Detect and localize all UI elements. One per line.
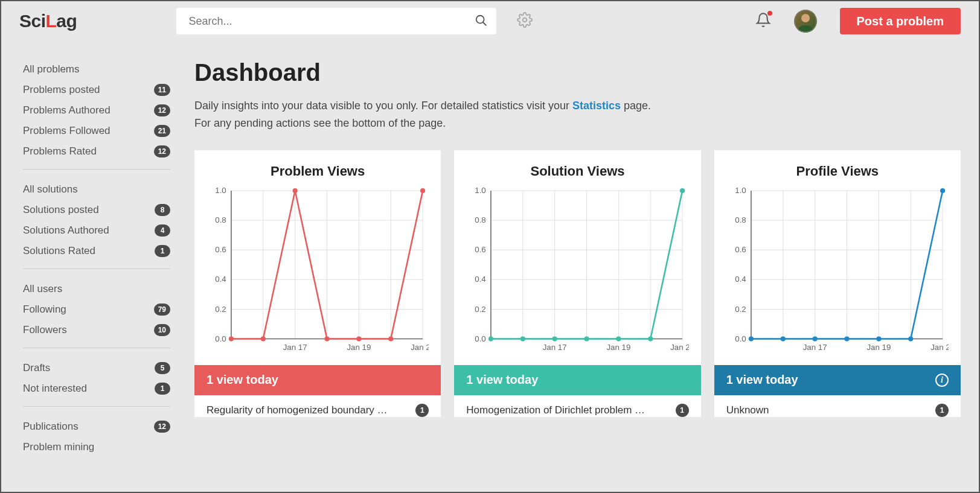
svg-point-29 xyxy=(229,336,234,341)
sidebar-item-label: Not interested xyxy=(23,383,87,395)
count-badge: 11 xyxy=(154,84,170,96)
list-item[interactable]: Regularity of homogenized boundary c…1 xyxy=(194,395,441,417)
svg-text:Jan 17: Jan 17 xyxy=(802,343,827,352)
svg-text:Jan 17: Jan 17 xyxy=(283,343,307,352)
svg-point-0 xyxy=(476,16,484,24)
list-item-text: Unknown xyxy=(726,404,769,416)
svg-point-94 xyxy=(844,336,849,341)
count-badge: 1 xyxy=(676,404,689,417)
svg-point-91 xyxy=(748,336,753,341)
count-badge: 4 xyxy=(155,224,170,237)
list-item-text: Regularity of homogenized boundary c… xyxy=(207,404,388,416)
sidebar-item[interactable]: All users xyxy=(23,279,170,299)
views-banner: 1 view todayi xyxy=(714,365,961,395)
chart-card: Problem Views0.00.20.40.60.81.0Jan 17Jan… xyxy=(194,150,441,417)
svg-text:Jan 21: Jan 21 xyxy=(411,343,429,352)
sidebar-item-label: Publications xyxy=(23,421,78,433)
statistics-link[interactable]: Statistics xyxy=(572,100,621,112)
search-icon[interactable] xyxy=(475,14,488,27)
svg-text:Jan 21: Jan 21 xyxy=(670,343,688,352)
svg-text:Jan 21: Jan 21 xyxy=(930,343,949,352)
sidebar-item-label: Problems posted xyxy=(23,84,100,96)
sidebar-item-label: Problems Followed xyxy=(23,125,110,137)
card-title: Solution Views xyxy=(454,150,700,184)
svg-text:1.0: 1.0 xyxy=(215,186,226,195)
logo[interactable]: SciLag xyxy=(19,11,77,31)
count-badge: 1 xyxy=(155,383,170,395)
sidebar-item-label: Solutions Authored xyxy=(23,224,109,237)
svg-text:0.2: 0.2 xyxy=(215,304,226,313)
sidebar-item[interactable]: Not interested1 xyxy=(23,378,170,399)
banner-text: 1 view today xyxy=(207,373,278,387)
svg-text:0.6: 0.6 xyxy=(735,245,746,254)
sidebar-item[interactable]: All solutions xyxy=(23,179,170,200)
svg-text:Jan 17: Jan 17 xyxy=(543,343,567,352)
sidebar-item[interactable]: Following79 xyxy=(23,299,170,320)
list-item[interactable]: Unknown1 xyxy=(714,395,961,417)
card-title: Problem Views xyxy=(194,150,441,184)
svg-text:0.8: 0.8 xyxy=(215,215,226,224)
post-problem-button[interactable]: Post a problem xyxy=(840,8,961,34)
svg-text:0.4: 0.4 xyxy=(475,275,487,284)
subtitle: Daily insights into your data visible to… xyxy=(194,97,961,132)
count-badge: 12 xyxy=(154,421,170,433)
count-badge: 1 xyxy=(415,404,429,417)
svg-text:0.0: 0.0 xyxy=(475,334,487,343)
card-title: Profile Views xyxy=(714,150,961,184)
sidebar-item[interactable]: Solutions Rated1 xyxy=(23,241,170,261)
main: Dashboard Daily insights into your data … xyxy=(182,41,979,492)
notification-dot xyxy=(767,11,772,16)
svg-text:0.4: 0.4 xyxy=(215,275,226,284)
count-badge: 5 xyxy=(155,362,170,374)
avatar[interactable] xyxy=(794,10,817,33)
svg-text:Jan 19: Jan 19 xyxy=(866,343,891,352)
sidebar-item[interactable]: Problem mining xyxy=(23,437,170,457)
count-badge: 12 xyxy=(154,145,170,157)
sidebar-item[interactable]: Solutions Authored4 xyxy=(23,220,170,241)
bell-icon[interactable] xyxy=(755,12,771,30)
subtitle-a: Daily insights into your data visible to… xyxy=(194,100,572,112)
subtitle-b: page. xyxy=(621,100,651,112)
svg-point-32 xyxy=(324,336,329,341)
sidebar-item[interactable]: Problems Rated12 xyxy=(23,141,170,162)
banner-text: 1 view today xyxy=(466,373,538,387)
sidebar-item[interactable]: Problems posted11 xyxy=(23,80,170,100)
sidebar-item[interactable]: Problems Followed21 xyxy=(23,121,170,141)
count-badge: 8 xyxy=(155,204,170,216)
logo-text-b: L xyxy=(46,11,57,31)
info-icon[interactable]: i xyxy=(935,374,949,387)
count-badge: 1 xyxy=(155,245,170,257)
svg-text:0.2: 0.2 xyxy=(735,304,746,313)
count-badge: 10 xyxy=(154,324,170,336)
sidebar-item[interactable]: Solutions posted8 xyxy=(23,200,170,220)
views-banner: 1 view today xyxy=(194,365,441,395)
svg-text:0.6: 0.6 xyxy=(215,245,226,254)
search-input[interactable] xyxy=(176,8,496,34)
sidebar-item-label: Following xyxy=(23,304,66,316)
sidebar-item[interactable]: Problems Authored12 xyxy=(23,100,170,121)
gear-icon[interactable] xyxy=(517,12,533,30)
chart-card: Solution Views0.00.20.40.60.81.0Jan 17Ja… xyxy=(454,150,700,417)
svg-text:0.0: 0.0 xyxy=(735,334,746,343)
banner-text: 1 view today xyxy=(726,373,798,387)
list-item[interactable]: Homogenization of Dirichlet problem f…1 xyxy=(454,395,700,417)
svg-point-33 xyxy=(356,336,361,341)
header: SciLag Post a problem xyxy=(1,1,979,41)
sidebar-item-label: Drafts xyxy=(23,362,50,374)
sidebar-item[interactable]: All problems xyxy=(23,59,170,80)
svg-text:0.2: 0.2 xyxy=(475,304,487,313)
svg-point-64 xyxy=(617,336,621,341)
svg-point-61 xyxy=(520,336,525,341)
svg-point-63 xyxy=(584,336,589,341)
list-item-text: Homogenization of Dirichlet problem f… xyxy=(466,404,647,416)
svg-point-92 xyxy=(780,336,785,341)
svg-point-60 xyxy=(488,336,493,341)
svg-line-1 xyxy=(483,22,487,26)
sidebar-item[interactable]: Drafts5 xyxy=(23,358,170,378)
svg-text:Jan 19: Jan 19 xyxy=(347,343,371,352)
sidebar-item-label: Followers xyxy=(23,324,67,336)
sidebar-item[interactable]: Followers10 xyxy=(23,320,170,340)
svg-text:1.0: 1.0 xyxy=(735,186,746,195)
sidebar-item-label: All solutions xyxy=(23,183,78,196)
sidebar-item[interactable]: Publications12 xyxy=(23,416,170,437)
